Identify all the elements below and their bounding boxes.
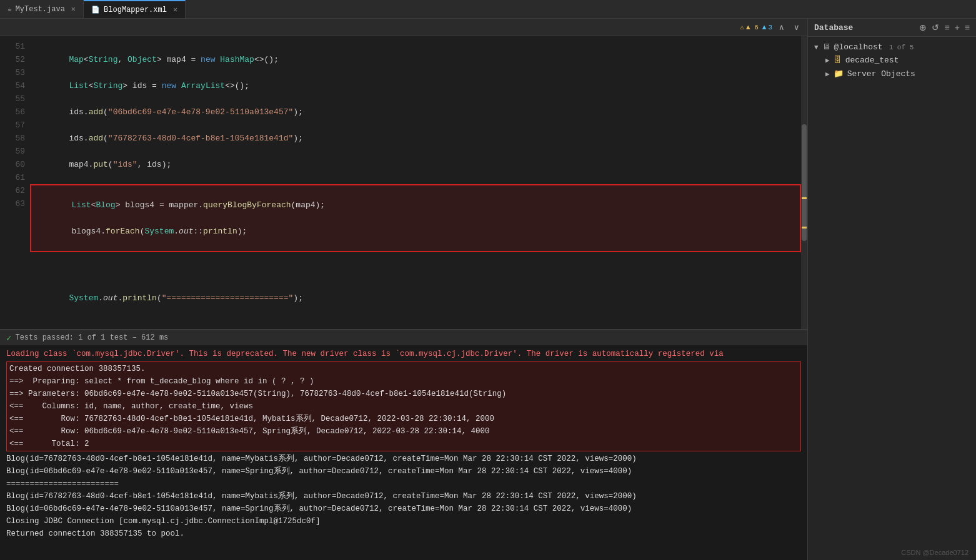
tab-close-blogmapperxml[interactable]: ✕ xyxy=(173,5,177,14)
main-area: ⚠ ▲ 6 ▲ 3 ∧ ∨ 51 52 53 54 55 56 57 58 59… xyxy=(0,19,976,560)
console-line-8: Blog(id=76782763-48d0-4cef-b8e1-1054e181… xyxy=(6,453,801,465)
sidebar-refresh-btn[interactable]: ↺ xyxy=(932,22,939,32)
tree-label-localhost: @localhost xyxy=(834,42,883,52)
console-line-1: Created connection 388357135. xyxy=(9,363,798,375)
sidebar-menu-btn[interactable]: ≡ xyxy=(944,22,949,32)
scroll-marker-1 xyxy=(802,197,807,199)
sidebar-settings-btn[interactable]: ≡ xyxy=(965,22,970,32)
database-icon: 🗄 xyxy=(834,56,842,65)
status-check-icon: ✓ xyxy=(6,333,11,343)
console-line-12: Blog(id=06bd6c69-e47e-4e78-9e02-5110a013… xyxy=(6,503,801,515)
scroll-marker-2 xyxy=(802,227,807,228)
console-line-14: Returned connection 388357135 to pool. xyxy=(6,528,801,540)
sidebar-title: Database xyxy=(814,23,853,32)
console-line-warning: Loading class `com.mysql.jdbc.Driver'. T… xyxy=(6,348,801,360)
tree-item-server-objects[interactable]: ▶ 📁 Server Objects xyxy=(808,67,976,81)
tab-bar: ☕ MyTest.java ✕ 📄 BlogMapper.xml ✕ xyxy=(0,0,976,19)
console-line-11: Blog(id=76782763-48d0-4cef-b8e1-1054e181… xyxy=(6,490,801,503)
right-sidebar: Database ⊕ ↺ ≡ + ≡ ▼ 🖥 @localhost 1 of 5… xyxy=(807,19,976,560)
warning-badge: ⚠ ▲ 6 xyxy=(740,23,758,31)
server-icon: 🖥 xyxy=(822,42,830,52)
code-editor: 51 52 53 54 55 56 57 58 59 60 61 62 63 M… xyxy=(0,36,807,329)
watermark: CSDN @Decade0712 xyxy=(901,549,969,556)
tab-blogmapperxml[interactable]: 📄 BlogMapper.xml ✕ xyxy=(84,0,186,18)
console-line-9: Blog(id=06bd6c69-e47e-4e78-9e02-5110a013… xyxy=(6,465,801,478)
editor-toolbar: ⚠ ▲ 6 ▲ 3 ∧ ∨ xyxy=(0,19,807,36)
console-line-2: ==> Preparing: select * from t_decade_bl… xyxy=(9,375,798,388)
sidebar-header: Database ⊕ ↺ ≡ + ≡ xyxy=(808,19,976,37)
java-icon: ☕ xyxy=(7,5,12,13)
tree-item-localhost[interactable]: ▼ 🖥 @localhost 1 of 5 xyxy=(808,41,976,54)
console-output[interactable]: Loading class `com.mysql.jdbc.Driver'. T… xyxy=(0,345,807,560)
tree-badge-localhost: 1 of 5 xyxy=(889,44,914,51)
scroll-thumb[interactable] xyxy=(802,124,807,242)
tab-close-mytestjava[interactable]: ✕ xyxy=(71,4,76,14)
line-numbers: 51 52 53 54 55 56 57 58 59 60 61 62 63 xyxy=(0,36,30,329)
tree-label-decade-test: decade_test xyxy=(845,56,899,65)
editor-area: ⚠ ▲ 6 ▲ 3 ∧ ∨ 51 52 53 54 55 56 57 58 59… xyxy=(0,19,807,560)
xml-icon: 📄 xyxy=(91,6,100,14)
status-bar: ✓ Tests passed: 1 of 1 test – 612 ms xyxy=(0,330,807,345)
nav-up-btn[interactable]: ∧ xyxy=(776,21,787,33)
tab-label-active: BlogMapper.xml xyxy=(104,6,167,14)
bottom-panel: ✓ Tests passed: 1 of 1 test – 612 ms Loa… xyxy=(0,329,807,560)
console-line-10: ======================== xyxy=(6,478,801,490)
chevron-right-icon-2: ▶ xyxy=(825,70,830,78)
console-line-6: <== Row: 06bd6c69-e47e-4e78-9e02-5110a01… xyxy=(9,425,798,438)
sidebar-header-icons: ⊕ ↺ ≡ + ≡ xyxy=(919,22,970,32)
code-content[interactable]: Map<String, Object> map4 = new HashMap<>… xyxy=(30,36,801,329)
scrollbar-right[interactable] xyxy=(801,36,807,329)
chevron-right-icon: ▶ xyxy=(825,56,830,64)
console-line-5: <== Row: 76782763-48d0-4cef-b8e1-1054e18… xyxy=(9,413,798,425)
sidebar-add-btn2[interactable]: + xyxy=(955,22,960,32)
tree-item-decade-test[interactable]: ▶ 🗄 decade_test xyxy=(808,54,976,67)
tab-mytestjava[interactable]: ☕ MyTest.java ✕ xyxy=(0,0,84,18)
status-text: Tests passed: 1 of 1 test – 612 ms xyxy=(15,333,168,342)
sidebar-tree: ▼ 🖥 @localhost 1 of 5 ▶ 🗄 decade_test ▶ … xyxy=(808,37,976,84)
sidebar-globe-btn[interactable]: ⊕ xyxy=(919,22,927,32)
tree-label-server-objects: Server Objects xyxy=(847,69,915,79)
tab-label: MyTest.java xyxy=(16,5,65,14)
chevron-down-icon: ▼ xyxy=(814,44,819,51)
nav-down-btn[interactable]: ∨ xyxy=(791,21,802,33)
console-line-4: <== Columns: id, name, author, create_ti… xyxy=(9,400,798,413)
console-line-3: ==> Parameters: 06bd6c69-e47e-4e78-9e02-… xyxy=(9,388,798,400)
console-line-7: <== Total: 2 xyxy=(9,438,798,450)
folder-icon: 📁 xyxy=(834,69,844,79)
console-highlight-block: Created connection 388357135. ==> Prepar… xyxy=(6,361,801,451)
console-line-13: Closing JDBC Connection [com.mysql.cj.jd… xyxy=(6,515,801,528)
error-badge: ▲ 3 xyxy=(762,24,772,31)
